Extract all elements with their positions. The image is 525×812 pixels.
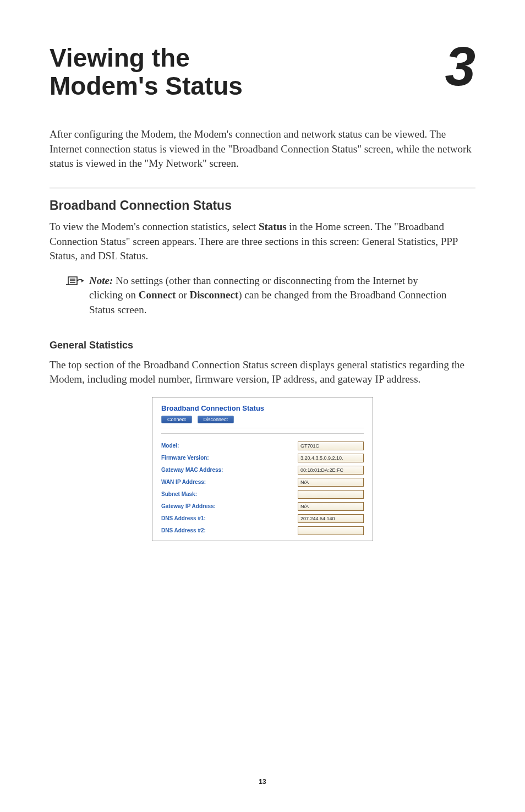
panel-label: WAN IP Address: (161, 479, 206, 485)
panel-label: Model: (161, 443, 179, 449)
bold-disconnect: Disconnect (190, 289, 239, 301)
panel-label: Gateway IP Address: (161, 503, 216, 509)
title-line-1: Viewing the (50, 43, 190, 72)
note-icon (66, 275, 85, 289)
intro-paragraph: After configuring the Modem, the Modem's… (50, 127, 475, 171)
panel-label: Gateway MAC Address: (161, 467, 223, 473)
chapter-title: Viewing the Modem's Status (50, 44, 243, 100)
text-fragment: To view the Modem's connection statistic… (50, 221, 259, 232)
connect-button[interactable]: Connect (161, 416, 192, 423)
panel-value: 00:18:01:DA:2E:FC (298, 466, 364, 475)
status-panel: Broadband Connection Status Connect Disc… (152, 397, 373, 541)
bold-status: Status (259, 221, 287, 232)
section-divider (50, 188, 475, 188)
chapter-number: 3 (445, 44, 475, 88)
panel-label: DNS Address #1: (161, 515, 206, 521)
panel-row-subnet: Subnet Mask: (161, 490, 364, 499)
panel-label: Firmware Version: (161, 455, 209, 461)
panel-value (298, 526, 364, 535)
panel-row-dns1: DNS Address #1: 207.244.64.140 (161, 514, 364, 523)
panel-value: N/A (298, 478, 364, 487)
page-number: 13 (0, 778, 525, 786)
document-page: Viewing the Modem's Status 3 After confi… (0, 0, 525, 812)
panel-value (298, 490, 364, 499)
panel-value: 3.20.4.3.5.0.9.2.10. (298, 454, 364, 462)
section2-paragraph: The top section of the Broadband Connect… (50, 358, 475, 387)
disconnect-button[interactable]: Disconnect (198, 416, 234, 423)
title-row: Viewing the Modem's Status 3 (50, 44, 475, 100)
panel-label: DNS Address #2: (161, 527, 206, 533)
panel-label: Subnet Mask: (161, 491, 197, 497)
panel-row-gateway-ip: Gateway IP Address: N/A (161, 502, 364, 511)
section1-paragraph: To view the Modem's connection statistic… (50, 220, 475, 264)
bold-connect: Connect (139, 289, 176, 301)
panel-row-dns2: DNS Address #2: (161, 526, 364, 535)
panel-separator (161, 433, 364, 434)
panel-value: GT701C (298, 442, 364, 450)
panel-row-mac: Gateway MAC Address: 00:18:01:DA:2E:FC (161, 466, 364, 475)
panel-button-row: Connect Disconnect (161, 416, 364, 423)
panel-value: 207.244.64.140 (298, 514, 364, 523)
panel-row-wan-ip: WAN IP Address: N/A (161, 478, 364, 487)
panel-row-model: Model: GT701C (161, 442, 364, 450)
section-heading-broadband: Broadband Connection Status (50, 198, 475, 213)
note-text: Note: No settings (other than connecting… (89, 274, 453, 318)
panel-value: N/A (298, 502, 364, 511)
title-line-2: Modem's Status (50, 72, 243, 100)
note-label: Note: (89, 275, 113, 286)
panel-row-firmware: Firmware Version: 3.20.4.3.5.0.9.2.10. (161, 454, 364, 462)
text-fragment: or (176, 289, 189, 301)
panel-title: Broadband Connection Status (161, 404, 364, 412)
note-block: Note: No settings (other than connecting… (66, 274, 475, 318)
section-heading-general-stats: General Statistics (50, 340, 475, 351)
